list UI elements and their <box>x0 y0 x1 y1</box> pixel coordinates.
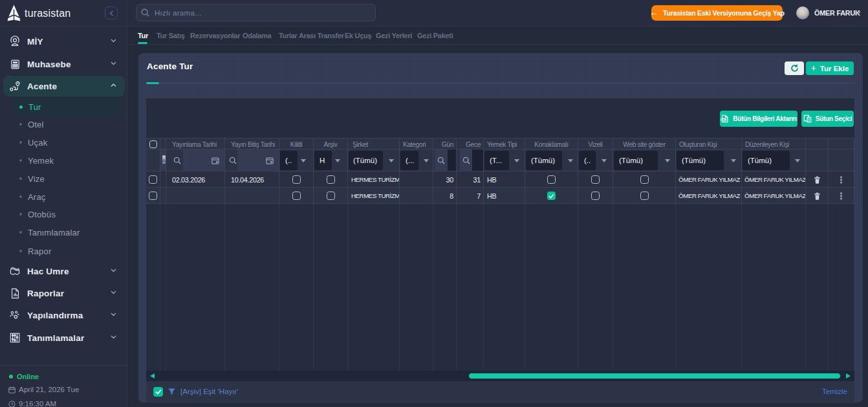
svg-text:XLSX: XLSX <box>722 118 727 121</box>
